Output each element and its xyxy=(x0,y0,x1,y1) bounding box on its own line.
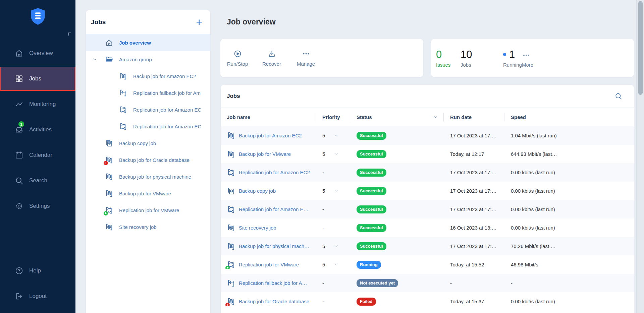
toolbar-button-recover[interactable]: Recover xyxy=(255,39,289,77)
job-name-link[interactable]: Backup job for physical mach… xyxy=(239,243,309,249)
status-badge: Running xyxy=(357,261,381,269)
table-row-replication-job-for-amazon-ec2[interactable]: Replication job for Amazon EC2 - Success… xyxy=(221,163,634,182)
speed-value: 1.04 Mbit/s (last run) xyxy=(504,133,634,138)
job-name-link[interactable]: Replication job for VMware xyxy=(239,262,299,267)
toolbar-button-manage[interactable]: Manage xyxy=(289,39,323,77)
ellipsis-icon[interactable] xyxy=(522,51,531,60)
job-name-link[interactable]: Backup job for Oracle database xyxy=(239,299,309,304)
tree-item-backup-job-for-amazon-ec2[interactable]: Backup job for Amazon EC2 xyxy=(86,68,210,84)
table-row-backup-job-for-oracle-database[interactable]: Backup job for Oracle database - Failed … xyxy=(221,292,634,311)
tree-item-label: Backup job for Amazon EC2 xyxy=(133,73,196,79)
tree-item-job-overview[interactable]: Job overview xyxy=(86,34,210,51)
job-name-link[interactable]: Backup job for VMware xyxy=(239,151,291,157)
sidebar-item-logout[interactable]: Logout xyxy=(0,284,75,309)
tree-item-backup-copy-job[interactable]: Backup copy job xyxy=(86,135,210,151)
speed-value: 0.00 kbit/s (last run) xyxy=(504,299,634,304)
speed-value: 0.00 kbit/s (last run) xyxy=(504,225,634,231)
priority-dropdown-icon[interactable] xyxy=(334,244,339,249)
jobs-tree-panel: Jobs + Job overview Amazon group xyxy=(86,10,210,313)
column-header-speed[interactable]: Speed xyxy=(504,108,634,126)
run-date-value: 17 Oct 2023 at 17:… xyxy=(443,188,504,194)
priority-value: - xyxy=(322,280,324,286)
priority-dropdown-icon[interactable] xyxy=(334,151,339,156)
job-name-link[interactable]: Replication job for Amazon E… xyxy=(239,206,309,212)
column-header-job-name[interactable]: Job name xyxy=(221,108,316,126)
tree-item-backup-job-for-oracle-database[interactable]: Backup job for Oracle database xyxy=(86,151,210,168)
search-icon xyxy=(15,176,23,185)
sidebar-item-label: Search xyxy=(29,177,47,184)
table-row-site-recovery-job[interactable]: Site recovery job - Successful 16 Oct 20… xyxy=(221,218,634,237)
speed-value: 0.00 kbit/s (last run) xyxy=(504,206,634,212)
job-name-link[interactable]: Backup job for Amazon EC2 xyxy=(239,133,302,138)
tree-item-replication-job-for-vmware[interactable]: Replication job for VMware xyxy=(86,202,210,218)
job-name-link[interactable]: Site recovery job xyxy=(239,225,276,231)
job-name-link[interactable]: Replication job for Amazon EC2 xyxy=(239,170,310,175)
sidebar-item-help[interactable]: Help xyxy=(0,258,75,284)
status-badge: Successful xyxy=(357,169,386,177)
siterecovery-icon xyxy=(105,223,113,231)
sidebar-nav: Overview Jobs Monitoring 1 Activities Ca… xyxy=(0,41,75,219)
toolbar-button-run-stop[interactable]: Run/Stop xyxy=(220,39,255,77)
table-row-replication-job-for-vmware[interactable]: Replication job for VMware 5 Running Tod… xyxy=(221,255,634,274)
table-row-backup-job-for-vmware[interactable]: Backup job for VMware 5 Successful Today… xyxy=(221,145,634,163)
column-header-status[interactable]: Status xyxy=(350,108,443,126)
sidebar-item-activities[interactable]: 1 Activities xyxy=(0,117,75,142)
speed-value: 644.93 Mbit/s (last… xyxy=(504,151,634,157)
replication-icon xyxy=(119,106,127,114)
stat-label: Issues xyxy=(436,62,461,68)
table-row-replication-job-for-amazon-e[interactable]: Replication job for Amazon E… - Successf… xyxy=(221,200,634,218)
sidebar-item-monitoring[interactable]: Monitoring xyxy=(0,91,75,117)
job-name-link[interactable]: Backup copy job xyxy=(239,188,276,194)
tree-item-backup-job-for-physical-machine[interactable]: Backup job for physical machine xyxy=(86,168,210,185)
backup-icon xyxy=(105,189,113,198)
home-icon xyxy=(105,39,113,47)
running-badge-icon xyxy=(225,266,230,269)
monitoring-icon xyxy=(15,100,23,109)
count-badge: 1 xyxy=(18,121,24,127)
sidebar-item-overview[interactable]: Overview xyxy=(0,41,75,66)
table-row-backup-job-for-amazon-ec2[interactable]: Backup job for Amazon EC2 5 Successful 1… xyxy=(221,126,634,145)
page-scrollbar[interactable] xyxy=(636,0,644,313)
chevron-down-icon[interactable] xyxy=(92,57,97,62)
tree-item-replication-failback-job-for-am[interactable]: Replication failback job for Am xyxy=(86,84,210,101)
search-icon[interactable] xyxy=(614,92,623,100)
logout-icon xyxy=(15,292,23,301)
error-badge-icon xyxy=(104,161,108,165)
scrollbar-thumb[interactable] xyxy=(638,1,643,95)
table-row-backup-job-for-physical-mach[interactable]: Backup job for physical mach… 5 Successf… xyxy=(221,237,634,255)
run-date-value: Today, at 12:17 xyxy=(443,151,504,157)
sidebar-collapse-icon[interactable] xyxy=(68,33,71,36)
tree-item-replication-job-for-amazon-ec[interactable]: Replication job for Amazon EC xyxy=(86,101,210,118)
priority-value: 5 xyxy=(322,243,325,249)
jobs-tree-title: Jobs xyxy=(91,18,106,26)
help-icon xyxy=(15,266,23,275)
priority-dropdown-icon[interactable] xyxy=(334,188,339,193)
column-header-run-date[interactable]: Run date xyxy=(443,108,504,126)
sidebar-item-label: Logout xyxy=(29,293,47,300)
run-date-value: Today, at 15:37 xyxy=(443,299,504,304)
tree-item-site-recovery-job[interactable]: Site recovery job xyxy=(86,218,210,235)
chevron-down-icon[interactable] xyxy=(433,115,438,120)
sidebar-footer-nav: Help Logout xyxy=(0,258,75,309)
column-header-priority[interactable]: Priority xyxy=(316,108,350,126)
sidebar-item-search[interactable]: Search xyxy=(0,168,75,193)
table-row-backup-copy-job[interactable]: Backup copy job 5 Successful 17 Oct 2023… xyxy=(221,182,634,200)
table-row-replication-failback-job-for-a[interactable]: Replication failback job for A… - Not ex… xyxy=(221,274,634,292)
sidebar-item-label: Jobs xyxy=(29,75,41,82)
run-date-value: 16 Oct 2023 at 13:… xyxy=(443,225,504,231)
priority-dropdown-icon[interactable] xyxy=(334,133,339,138)
tree-item-backup-job-for-vmware[interactable]: Backup job for VMware xyxy=(86,185,210,202)
play-circle-icon xyxy=(233,50,242,58)
failback-icon xyxy=(227,279,235,288)
home-icon xyxy=(15,49,23,58)
sidebar-item-settings[interactable]: Settings xyxy=(0,193,75,219)
jobs-table-title: Jobs xyxy=(227,93,240,100)
status-badge: Successful xyxy=(357,132,386,140)
tree-item-replication-job-for-amazon-ec[interactable]: Replication job for Amazon EC xyxy=(86,118,210,135)
priority-dropdown-icon[interactable] xyxy=(334,262,339,267)
add-job-button[interactable]: + xyxy=(196,18,202,26)
sidebar-item-calendar[interactable]: Calendar xyxy=(0,142,75,168)
job-name-link[interactable]: Replication failback job for A… xyxy=(239,280,307,286)
sidebar-item-jobs[interactable]: Jobs xyxy=(0,67,75,91)
tree-item-amazon-group[interactable]: Amazon group xyxy=(86,51,210,68)
